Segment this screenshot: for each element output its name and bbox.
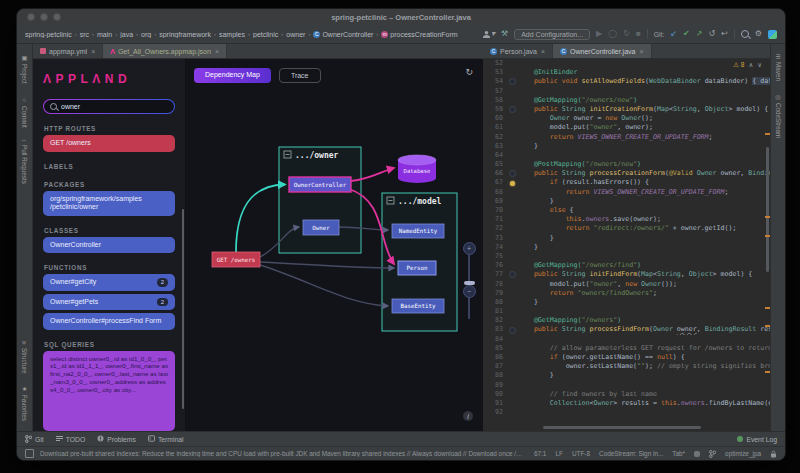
plugin-icon[interactable] — [768, 30, 777, 39]
code-line[interactable]: 63 } — [483, 142, 770, 151]
user-icon[interactable]: ▾ — [482, 30, 495, 39]
code-line[interactable]: 61 model.put("owner", owner); — [483, 123, 770, 132]
status-segment[interactable]: LF — [555, 450, 562, 457]
code-line[interactable]: 58 @GetMapping("/owners/new") — [483, 96, 770, 105]
dependency-map-button[interactable]: Dependency Map — [194, 68, 271, 83]
code-line[interactable]: 64 — [483, 151, 770, 160]
appmap-gutter-icon[interactable] — [509, 327, 516, 334]
code-line[interactable]: 73 } — [483, 234, 770, 243]
breadcrumb-item[interactable]: mprocessCreationForm — [381, 31, 457, 38]
sidebar-item[interactable]: Owner#getCity2 — [43, 274, 175, 291]
tab-ownercontroller-java[interactable]: COwnerController.java× — [553, 44, 651, 58]
status-segment[interactable]: 67:1 — [534, 450, 546, 457]
code-line[interactable]: 92 — [483, 408, 770, 417]
node-person[interactable]: Person — [398, 261, 436, 275]
stripe-item-pull-requests[interactable]: ↕Pull Requests — [21, 139, 28, 184]
intention-bulb-icon[interactable] — [510, 181, 515, 186]
git-branch-name[interactable]: optimize_jpa — [725, 450, 761, 457]
code-line[interactable]: 68 return VIEWS_OWNER_CREATE_OR_UPDATE_F… — [483, 188, 770, 197]
code-line[interactable]: 59 public String initCreationForm(Map<St… — [483, 105, 770, 114]
code-line[interactable]: 60 Owner owner = new Owner(); — [483, 114, 770, 123]
zoom-slider[interactable]: + − — [463, 242, 475, 298]
code-line[interactable]: 79 return "owners/findOwners"; — [483, 289, 770, 298]
toolwindow-button-terminal[interactable]: Terminal — [148, 435, 184, 443]
dependency-graph[interactable]: .../owner .../model — [186, 59, 483, 431]
toolwindow-button-git[interactable]: Git — [25, 435, 44, 444]
status-message[interactable]: Download pre-built shared indexes: Reduc… — [40, 450, 524, 457]
sidebar-item[interactable]: OwnerController#processFind Form — [43, 313, 175, 330]
prev-problem-icon[interactable]: ∧ — [748, 61, 753, 69]
appmap-gutter-icon[interactable] — [509, 170, 516, 177]
tab-get-all-owners-appmap-json[interactable]: ΛGet_All_Owners.appmap.json× — [103, 44, 227, 58]
sidebar-item[interactable]: GET /owners — [43, 135, 175, 152]
code-line[interactable]: 76 @GetMapping("/owners/find") — [483, 261, 770, 270]
editor-horizontal-scrollbar[interactable] — [543, 426, 701, 429]
close-icon[interactable]: × — [91, 48, 95, 55]
breadcrumb-item[interactable]: petclinic — [253, 31, 278, 38]
git-commit-icon[interactable]: ✔ — [683, 30, 690, 38]
code-line[interactable]: 85 // allow parameterless GET request fo… — [483, 344, 770, 353]
code-line[interactable]: 53 @InitBinder — [483, 68, 770, 77]
appmap-gutter-icon[interactable] — [509, 78, 516, 85]
stripe-item-commit[interactable]: ○Commit — [21, 96, 28, 128]
code-line[interactable]: 52 — [483, 59, 770, 68]
code-line[interactable]: 87 owner.setLastName(""); // empty strin… — [483, 362, 770, 371]
stripe-item-project[interactable]: ▣Project — [21, 54, 28, 84]
code-line[interactable]: 82 @GetMapping("/owners") — [483, 316, 770, 325]
settings-gear-icon[interactable]: ⚙ — [755, 30, 762, 38]
code-line[interactable]: 57 — [483, 87, 770, 96]
owner-package-container[interactable]: .../owner — [279, 147, 361, 253]
node-ownercontroller[interactable]: OwnerController — [289, 177, 351, 192]
code-line[interactable]: 89 — [483, 381, 770, 390]
sidebar-item[interactable]: OwnerController — [43, 237, 175, 254]
code-line[interactable]: 81 — [483, 307, 770, 316]
code-line[interactable]: 65 @PostMapping("/owners/new") — [483, 160, 770, 169]
code-line[interactable]: 77 public String initFindForm(Map<String… — [483, 270, 770, 279]
next-problem-icon[interactable]: ∨ — [757, 61, 762, 69]
code-line[interactable]: 83 public String processFindForm(Owner o… — [483, 325, 770, 334]
refresh-icon[interactable]: ↻ — [465, 67, 473, 77]
close-icon[interactable]: × — [541, 48, 545, 55]
tab-person-java[interactable]: CPerson.java× — [483, 44, 553, 58]
tab-appmap-yml[interactable]: appmap.yml× — [33, 44, 103, 58]
breadcrumb-item[interactable]: spring-petclinic — [25, 31, 72, 38]
node-baseentity[interactable]: BaseEntity — [392, 299, 444, 313]
close-icon[interactable]: × — [639, 48, 643, 55]
code-line[interactable]: 80 } — [483, 298, 770, 307]
stripe-item-codestream[interactable]: ◎CodeStream — [775, 93, 782, 138]
code-line[interactable]: 69 } — [483, 197, 770, 206]
layout-icon[interactable] — [25, 449, 34, 458]
trace-button[interactable]: Trace — [279, 68, 321, 83]
appmap-gutter-icon[interactable] — [509, 271, 516, 278]
breadcrumb-item[interactable]: org — [141, 31, 151, 38]
sidebar-item[interactable]: org/springframework/samples /petclinic/o… — [43, 191, 175, 216]
add-configuration-button[interactable]: Add Configuration... — [514, 29, 590, 40]
node-database[interactable]: Database — [398, 155, 436, 183]
code-line[interactable]: 70 else { — [483, 206, 770, 215]
status-segment[interactable]: Tab* — [672, 450, 685, 457]
sidebar-item[interactable]: Owner#getPets2 — [43, 294, 175, 311]
breadcrumb-item[interactable]: src — [80, 31, 89, 38]
search-input[interactable] — [61, 103, 168, 110]
code-editor[interactable]: ⚠ 8 ∧ ∨ 5253 @InitBinder54 public void s… — [483, 59, 770, 431]
breadcrumb-item[interactable]: COwnerController — [313, 31, 373, 38]
code-line[interactable]: 75 — [483, 252, 770, 261]
breadcrumb-item[interactable]: owner — [286, 31, 305, 38]
panel-scrollbar[interactable] — [182, 209, 184, 409]
zoom-handle[interactable] — [464, 281, 475, 285]
zoom-in-button[interactable]: + — [463, 242, 476, 255]
code-line[interactable]: 90 // find owners by last name — [483, 390, 770, 399]
breadcrumb-item[interactable]: java — [120, 31, 133, 38]
build-hammer-icon[interactable]: ⚒ — [501, 30, 508, 38]
stripe-item-favorites[interactable]: ★Favorites — [21, 385, 28, 421]
breadcrumb-item[interactable]: springframework — [159, 31, 211, 38]
search-icon[interactable] — [741, 30, 749, 38]
lock-icon[interactable] — [770, 450, 777, 458]
rollback-icon[interactable]: ↩ — [721, 30, 728, 38]
toolwindow-button-todo[interactable]: TODO — [56, 435, 86, 443]
zoom-out-button[interactable]: − — [463, 285, 476, 298]
stripe-item-maven[interactable]: mMaven — [775, 54, 782, 81]
close-icon[interactable]: × — [215, 48, 219, 55]
stripe-item-structure[interactable]: ≡Structure — [21, 341, 28, 373]
code-line[interactable]: 88 } — [483, 371, 770, 380]
